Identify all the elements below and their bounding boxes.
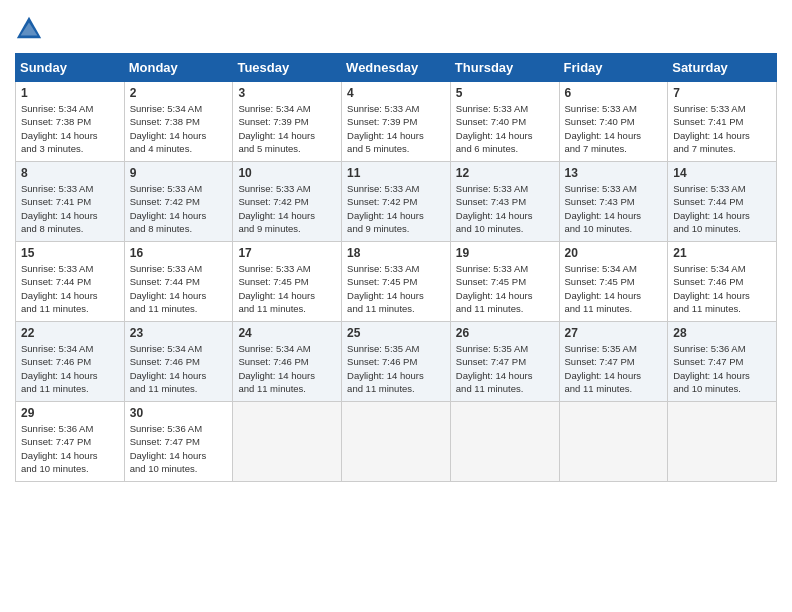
day-info-line: Sunset: 7:47 PM [130, 435, 228, 448]
day-info-line: and 11 minutes. [21, 302, 119, 315]
table-row: 28Sunrise: 5:36 AMSunset: 7:47 PMDayligh… [668, 322, 777, 402]
table-row: 22Sunrise: 5:34 AMSunset: 7:46 PMDayligh… [16, 322, 125, 402]
day-info-line: Daylight: 14 hours [21, 129, 119, 142]
table-row [233, 402, 342, 482]
day-info-line: Daylight: 14 hours [238, 129, 336, 142]
day-info: Sunrise: 5:36 AMSunset: 7:47 PMDaylight:… [21, 422, 119, 475]
day-info-line: Sunrise: 5:34 AM [130, 102, 228, 115]
day-info-line: Sunrise: 5:33 AM [347, 262, 445, 275]
day-number: 7 [673, 86, 771, 100]
day-info: Sunrise: 5:33 AMSunset: 7:41 PMDaylight:… [673, 102, 771, 155]
day-info: Sunrise: 5:33 AMSunset: 7:44 PMDaylight:… [673, 182, 771, 235]
day-info-line: Daylight: 14 hours [347, 289, 445, 302]
day-info-line: Sunset: 7:41 PM [673, 115, 771, 128]
day-info: Sunrise: 5:34 AMSunset: 7:46 PMDaylight:… [673, 262, 771, 315]
day-number: 14 [673, 166, 771, 180]
day-info-line: Sunrise: 5:34 AM [21, 102, 119, 115]
day-number: 5 [456, 86, 554, 100]
day-info-line: Sunset: 7:47 PM [456, 355, 554, 368]
day-info-line: and 9 minutes. [238, 222, 336, 235]
day-info: Sunrise: 5:35 AMSunset: 7:47 PMDaylight:… [565, 342, 663, 395]
table-row: 18Sunrise: 5:33 AMSunset: 7:45 PMDayligh… [342, 242, 451, 322]
day-info-line: Daylight: 14 hours [565, 129, 663, 142]
day-info-line: Daylight: 14 hours [456, 129, 554, 142]
day-info-line: and 6 minutes. [456, 142, 554, 155]
table-row: 8Sunrise: 5:33 AMSunset: 7:41 PMDaylight… [16, 162, 125, 242]
day-info-line: Sunrise: 5:33 AM [673, 182, 771, 195]
day-info-line: and 10 minutes. [673, 382, 771, 395]
day-number: 26 [456, 326, 554, 340]
day-info-line: Sunset: 7:44 PM [21, 275, 119, 288]
day-info-line: Sunrise: 5:34 AM [238, 342, 336, 355]
day-info-line: and 11 minutes. [238, 382, 336, 395]
day-info-line: and 5 minutes. [238, 142, 336, 155]
day-info: Sunrise: 5:33 AMSunset: 7:45 PMDaylight:… [456, 262, 554, 315]
day-info-line: and 5 minutes. [347, 142, 445, 155]
day-info: Sunrise: 5:34 AMSunset: 7:39 PMDaylight:… [238, 102, 336, 155]
day-info-line: Sunset: 7:39 PM [238, 115, 336, 128]
day-number: 15 [21, 246, 119, 260]
day-info-line: and 3 minutes. [21, 142, 119, 155]
day-info-line: Sunset: 7:44 PM [673, 195, 771, 208]
day-info-line: and 11 minutes. [456, 382, 554, 395]
day-info-line: Sunset: 7:40 PM [565, 115, 663, 128]
day-info-line: Daylight: 14 hours [347, 369, 445, 382]
day-info-line: and 11 minutes. [565, 382, 663, 395]
table-row: 7Sunrise: 5:33 AMSunset: 7:41 PMDaylight… [668, 82, 777, 162]
day-info: Sunrise: 5:34 AMSunset: 7:46 PMDaylight:… [130, 342, 228, 395]
day-info-line: Sunrise: 5:34 AM [238, 102, 336, 115]
day-info-line: Daylight: 14 hours [673, 369, 771, 382]
table-row: 20Sunrise: 5:34 AMSunset: 7:45 PMDayligh… [559, 242, 668, 322]
day-info-line: Sunrise: 5:33 AM [565, 182, 663, 195]
table-row [342, 402, 451, 482]
day-info-line: Sunset: 7:43 PM [456, 195, 554, 208]
day-number: 10 [238, 166, 336, 180]
day-number: 11 [347, 166, 445, 180]
logo-icon [15, 15, 43, 43]
day-info-line: Sunrise: 5:33 AM [347, 182, 445, 195]
day-info-line: Sunrise: 5:36 AM [21, 422, 119, 435]
day-info-line: Sunset: 7:46 PM [347, 355, 445, 368]
day-number: 8 [21, 166, 119, 180]
day-info-line: Sunrise: 5:35 AM [565, 342, 663, 355]
day-info-line: and 9 minutes. [347, 222, 445, 235]
day-info: Sunrise: 5:33 AMSunset: 7:40 PMDaylight:… [565, 102, 663, 155]
day-number: 19 [456, 246, 554, 260]
header-friday: Friday [559, 54, 668, 82]
day-info-line: Daylight: 14 hours [673, 289, 771, 302]
day-number: 1 [21, 86, 119, 100]
day-info-line: Sunrise: 5:33 AM [347, 102, 445, 115]
day-info-line: Daylight: 14 hours [21, 449, 119, 462]
day-info-line: and 10 minutes. [456, 222, 554, 235]
day-info-line: Sunrise: 5:34 AM [565, 262, 663, 275]
day-info-line: Daylight: 14 hours [565, 369, 663, 382]
day-info-line: Sunset: 7:46 PM [673, 275, 771, 288]
day-info: Sunrise: 5:33 AMSunset: 7:40 PMDaylight:… [456, 102, 554, 155]
logo [15, 15, 47, 43]
day-info-line: Sunset: 7:42 PM [347, 195, 445, 208]
table-row: 21Sunrise: 5:34 AMSunset: 7:46 PMDayligh… [668, 242, 777, 322]
table-row: 16Sunrise: 5:33 AMSunset: 7:44 PMDayligh… [124, 242, 233, 322]
day-number: 16 [130, 246, 228, 260]
header-saturday: Saturday [668, 54, 777, 82]
day-info-line: Daylight: 14 hours [238, 369, 336, 382]
day-info: Sunrise: 5:33 AMSunset: 7:39 PMDaylight:… [347, 102, 445, 155]
day-info: Sunrise: 5:33 AMSunset: 7:42 PMDaylight:… [238, 182, 336, 235]
day-info-line: Daylight: 14 hours [130, 209, 228, 222]
day-info-line: and 11 minutes. [565, 302, 663, 315]
day-info-line: Sunrise: 5:33 AM [238, 262, 336, 275]
day-number: 21 [673, 246, 771, 260]
day-number: 18 [347, 246, 445, 260]
day-info-line: Sunrise: 5:33 AM [21, 262, 119, 275]
day-info-line: Daylight: 14 hours [130, 449, 228, 462]
day-info: Sunrise: 5:33 AMSunset: 7:45 PMDaylight:… [238, 262, 336, 315]
day-info-line: Daylight: 14 hours [456, 369, 554, 382]
table-row: 15Sunrise: 5:33 AMSunset: 7:44 PMDayligh… [16, 242, 125, 322]
day-info-line: Sunrise: 5:33 AM [673, 102, 771, 115]
day-number: 25 [347, 326, 445, 340]
day-number: 9 [130, 166, 228, 180]
table-row [559, 402, 668, 482]
day-info-line: Sunrise: 5:33 AM [456, 182, 554, 195]
day-info-line: Daylight: 14 hours [565, 289, 663, 302]
day-number: 29 [21, 406, 119, 420]
